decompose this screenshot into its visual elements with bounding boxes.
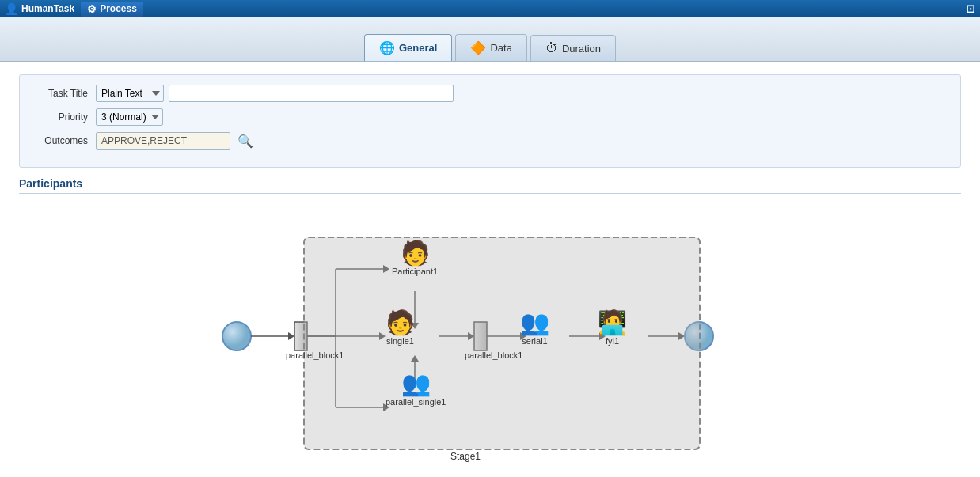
outcomes-search-icon[interactable]: 🔍 xyxy=(235,133,256,150)
participant1-icon: 🧑 xyxy=(401,241,430,265)
outcomes-label: Outcomes xyxy=(32,135,96,146)
parallel-single1-icon: 👥 xyxy=(401,372,431,396)
outcomes-row: Outcomes 🔍 xyxy=(32,132,948,150)
single1-label: single1 xyxy=(386,336,414,346)
general-tab-label: General xyxy=(399,42,437,54)
duration-tab-icon: ⏱ xyxy=(545,41,558,55)
tab-duration[interactable]: ⏱ Duration xyxy=(530,35,616,61)
tab-general[interactable]: 🌐 General xyxy=(364,34,452,61)
task-title-controls: Plain Text Expression xyxy=(96,85,454,102)
fyi1-label: fyi1 xyxy=(606,336,619,346)
diagram-wrapper: 🧑 Participant1 🧑 single1 👥 parallel_sing… xyxy=(189,218,791,471)
process-icon: ⚙ xyxy=(87,3,97,15)
participants-title: Participants xyxy=(19,177,961,194)
task-title-input[interactable] xyxy=(169,85,454,102)
app-title: 👤 HumanTask xyxy=(5,2,74,15)
fyi1-icon: 🧑‍💻 xyxy=(598,311,627,335)
single1-icon: 🧑 xyxy=(386,311,415,335)
outcomes-input[interactable] xyxy=(96,132,230,150)
diagram-container: 🧑 Participant1 🧑 single1 👥 parallel_sing… xyxy=(19,202,961,477)
priority-select[interactable]: 1 (Highest) 2 (High) 3 (Normal) 4 (Low) … xyxy=(96,108,163,126)
duration-tab-label: Duration xyxy=(562,43,601,55)
stage1-label: Stage1 xyxy=(450,451,481,462)
participants-section: Participants xyxy=(19,177,961,477)
serial1-icon: 👥 xyxy=(520,311,549,335)
svg-marker-2 xyxy=(288,332,294,340)
parallel-block2-label: parallel_block1 xyxy=(465,350,512,360)
title-bar-right: ⊡ xyxy=(966,2,975,15)
serial1-label: serial1 xyxy=(522,336,547,346)
window-control[interactable]: ⊡ xyxy=(966,2,975,15)
process-tab[interactable]: ⚙ Process xyxy=(81,2,143,17)
main-content: Task Title Plain Text Expression Priorit… xyxy=(0,62,980,477)
form-area: Task Title Plain Text Expression Priorit… xyxy=(19,74,961,168)
task-title-type-select[interactable]: Plain Text Expression xyxy=(96,85,164,102)
outcomes-controls: 🔍 xyxy=(96,132,256,150)
parallel-block1-label: parallel_block1 xyxy=(286,350,333,360)
process-label: Process xyxy=(100,3,137,14)
svg-point-0 xyxy=(222,322,251,350)
title-bar-left: 👤 HumanTask ⚙ Process xyxy=(5,2,143,17)
humantask-icon: 👤 xyxy=(5,2,18,15)
task-title-row: Task Title Plain Text Expression xyxy=(32,85,948,102)
app-name: HumanTask xyxy=(21,3,74,14)
parallel-single1-label: parallel_single1 xyxy=(386,397,446,407)
svg-rect-27 xyxy=(304,237,700,449)
task-title-label: Task Title xyxy=(32,88,96,99)
participant1-label: Participant1 xyxy=(392,267,438,276)
priority-controls: 1 (Highest) 2 (High) 3 (Normal) 4 (Low) … xyxy=(96,108,163,126)
tab-data[interactable]: 🔶 Data xyxy=(455,34,526,61)
priority-row: Priority 1 (Highest) 2 (High) 3 (Normal)… xyxy=(32,108,948,126)
priority-label: Priority xyxy=(32,112,96,123)
general-tab-icon: 🌐 xyxy=(379,40,395,55)
tab-bar: 🌐 General 🔶 Data ⏱ Duration xyxy=(0,17,980,62)
data-tab-icon: 🔶 xyxy=(470,40,486,55)
title-bar: 👤 HumanTask ⚙ Process ⊡ xyxy=(0,0,980,17)
diagram-svg xyxy=(189,218,791,471)
data-tab-label: Data xyxy=(490,42,511,54)
